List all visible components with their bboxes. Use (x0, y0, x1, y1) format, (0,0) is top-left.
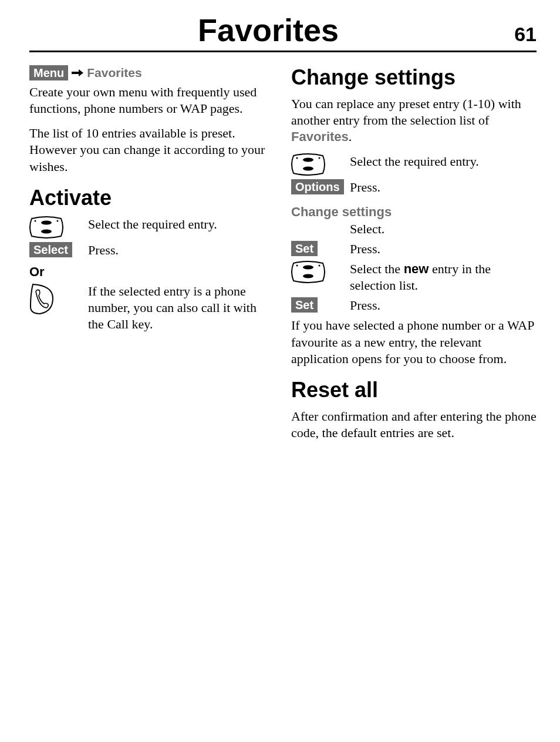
breadcrumb-dest: Favorites (87, 66, 141, 80)
options-softkey-cell: Options (291, 179, 350, 194)
right-column: Change settings You can replace any pres… (291, 65, 537, 449)
activate-row-call-text: If the selected entry is a phone number,… (88, 283, 275, 333)
change-row-set2: Set Press. (291, 297, 537, 314)
call-key-icon (29, 283, 88, 315)
change-row-nav2: Select the new entry in the selection li… (291, 261, 537, 294)
change-row-nav1: Select the required entry. (291, 153, 537, 176)
reset-all-body: After confirmation and after entering th… (291, 408, 537, 441)
nav-key-icon (291, 153, 350, 176)
change-settings-heading: Change settings (291, 65, 537, 90)
change-row-nav2-text: Select the new entry in the selection li… (350, 261, 537, 294)
svg-point-3 (41, 229, 52, 233)
svg-point-0 (35, 220, 36, 221)
page: Favorites 61 Menu Favorites Create your … (0, 0, 560, 742)
intro-paragraph-1: Create your own menu with frequently use… (29, 84, 275, 117)
svg-point-9 (319, 264, 321, 266)
svg-point-10 (303, 265, 313, 269)
svg-point-6 (303, 158, 313, 162)
select-softkey-cell: Select (29, 242, 88, 257)
set-softkey-cell-2: Set (291, 297, 350, 313)
activate-row-call: If the selected entry is a phone number,… (29, 283, 275, 333)
or-label: Or (29, 264, 275, 280)
change-row-select-text: Select. (350, 221, 537, 237)
reset-all-heading: Reset all (291, 378, 537, 402)
activate-row-select-text: Press. (88, 242, 275, 258)
change-intro-b: Favorites (291, 129, 349, 144)
change-intro-a: You can replace any preset entry (1-10) … (291, 96, 521, 127)
page-title: Favorites (29, 12, 507, 48)
page-number: 61 (514, 23, 537, 46)
intro-paragraph-2: The list of 10 entries available is pres… (29, 125, 275, 174)
arrow-right-icon (72, 69, 83, 77)
change-row-nav1-text: Select the required entry. (350, 153, 537, 170)
svg-point-11 (303, 274, 313, 278)
change-settings-outro: If you have selected a phone number or a… (291, 317, 537, 367)
set-softkey-1: Set (291, 241, 318, 256)
set-softkey-2: Set (291, 297, 318, 313)
change-nav2-a: Select the (350, 261, 404, 276)
activate-row-select: Select Press. (29, 242, 275, 258)
change-nav2-b: new (404, 261, 429, 276)
change-row-options-text: Press. (350, 179, 537, 196)
page-header: Favorites 61 (29, 12, 537, 52)
select-softkey: Select (29, 242, 72, 257)
change-row-select: Select. (291, 221, 537, 237)
breadcrumb: Menu Favorites (29, 65, 275, 80)
change-row-set1: Set Press. (291, 241, 537, 257)
activate-heading: Activate (29, 186, 275, 210)
left-column: Menu Favorites Create your own menu with… (29, 65, 275, 449)
svg-point-2 (41, 220, 52, 224)
svg-point-7 (303, 167, 313, 171)
change-row-set1-text: Press. (350, 241, 537, 257)
svg-point-1 (57, 220, 59, 221)
change-intro-c: . (349, 129, 352, 144)
nav-key-icon (291, 261, 350, 283)
svg-point-4 (296, 157, 298, 159)
svg-point-5 (319, 157, 321, 159)
change-row-set2-text: Press. (350, 297, 537, 314)
change-settings-intro: You can replace any preset entry (1-10) … (291, 96, 537, 145)
change-settings-subheading: Change settings (291, 204, 537, 220)
activate-row-nav: Select the required entry. (29, 216, 275, 239)
svg-point-8 (296, 264, 298, 266)
nav-key-icon (29, 216, 88, 239)
set-softkey-cell-1: Set (291, 241, 350, 256)
change-row-options: Options Press. (291, 179, 537, 196)
menu-softkey: Menu (29, 65, 68, 80)
activate-row-nav-text: Select the required entry. (88, 216, 275, 233)
content-columns: Menu Favorites Create your own menu with… (29, 65, 537, 449)
options-softkey: Options (291, 179, 344, 194)
